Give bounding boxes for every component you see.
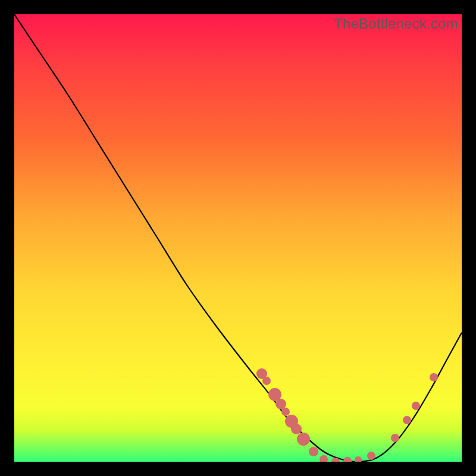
bottleneck-chart <box>14 14 462 462</box>
sample-point <box>262 377 271 385</box>
sample-point <box>412 402 420 410</box>
sample-point <box>367 452 375 460</box>
sample-point <box>343 457 352 462</box>
sample-point <box>281 408 290 416</box>
sample-point <box>291 424 302 434</box>
sample-point <box>391 434 399 442</box>
sample-point <box>309 447 318 456</box>
plot-area: TheBottleneck.com <box>14 14 462 462</box>
sample-point <box>355 456 362 462</box>
sample-point <box>297 433 310 446</box>
bottleneck-curve <box>14 14 462 462</box>
sample-point <box>430 373 438 381</box>
sample-point <box>403 416 411 424</box>
sample-point <box>320 455 328 462</box>
sample-points-layer <box>256 368 438 462</box>
